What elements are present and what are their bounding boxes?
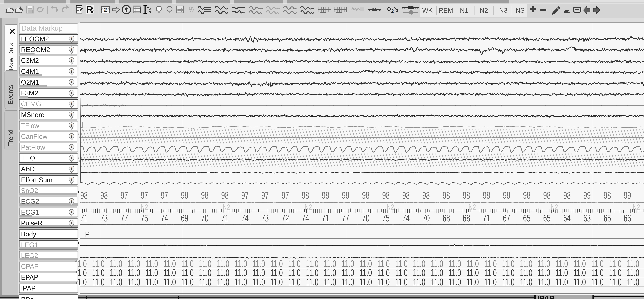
svg-text:69: 69 bbox=[181, 213, 188, 224]
svg-text:11.0: 11.0 bbox=[235, 277, 247, 288]
svg-text:98: 98 bbox=[362, 190, 370, 201]
svg-text:74: 74 bbox=[402, 213, 410, 224]
svg-text:Body: Body bbox=[21, 230, 36, 238]
svg-text:MSnore: MSnore bbox=[21, 111, 44, 118]
svg-text:98: 98 bbox=[302, 190, 309, 201]
svg-text:2: 2 bbox=[391, 8, 394, 14]
svg-text:i: i bbox=[71, 209, 72, 214]
svg-text:LEOGM2: LEOGM2 bbox=[21, 35, 49, 43]
svg-text:11.0: 11.0 bbox=[448, 277, 461, 288]
svg-text:PulseR: PulseR bbox=[21, 219, 43, 227]
svg-text:11.0: 11.0 bbox=[538, 277, 550, 288]
svg-text:i: i bbox=[71, 101, 72, 106]
svg-text:i: i bbox=[71, 79, 72, 84]
svg-text:73: 73 bbox=[261, 213, 269, 224]
svg-text:97: 97 bbox=[241, 190, 248, 201]
svg-text:EPAP: EPAP bbox=[21, 274, 38, 281]
svg-text:68: 68 bbox=[442, 213, 450, 224]
svg-text:IPAP: IPAP bbox=[21, 285, 36, 292]
svg-text:i: i bbox=[71, 90, 72, 95]
svg-text:98: 98 bbox=[503, 190, 510, 201]
svg-text:97: 97 bbox=[261, 190, 269, 201]
svg-text:98: 98 bbox=[342, 190, 349, 201]
svg-text:98: 98 bbox=[201, 190, 208, 201]
svg-text:68: 68 bbox=[463, 213, 470, 224]
svg-text:N2: N2 bbox=[304, 203, 312, 212]
svg-text:Trend: Trend bbox=[7, 129, 14, 146]
svg-text:i: i bbox=[71, 198, 72, 204]
svg-text:O2M1: O2M1 bbox=[21, 78, 39, 86]
svg-text:CPAP: CPAP bbox=[21, 263, 39, 270]
svg-text:i: i bbox=[71, 57, 72, 63]
svg-text:11.0: 11.0 bbox=[520, 277, 532, 288]
svg-text:11.0: 11.0 bbox=[181, 277, 194, 288]
svg-text:98: 98 bbox=[322, 190, 329, 201]
svg-text:SpO2: SpO2 bbox=[21, 187, 38, 194]
svg-text:73: 73 bbox=[100, 213, 108, 224]
svg-text:97: 97 bbox=[161, 190, 168, 201]
svg-text:66: 66 bbox=[624, 213, 631, 224]
svg-text:11.0: 11.0 bbox=[146, 277, 158, 288]
svg-text:11.0: 11.0 bbox=[252, 277, 265, 288]
svg-text:71: 71 bbox=[80, 213, 88, 224]
svg-text:99: 99 bbox=[583, 190, 591, 201]
svg-text:99: 99 bbox=[624, 190, 631, 201]
svg-text:i: i bbox=[71, 112, 72, 117]
svg-text:11.0: 11.0 bbox=[431, 277, 443, 288]
svg-text:N2: N2 bbox=[387, 203, 394, 212]
svg-text:N3: N3 bbox=[499, 7, 508, 14]
svg-text:0: 0 bbox=[387, 5, 391, 13]
svg-text:11.0: 11.0 bbox=[92, 277, 104, 288]
svg-text:IPAP: IPAP bbox=[537, 294, 554, 299]
svg-text:PatFlow: PatFlow bbox=[21, 144, 45, 151]
svg-text:CEMG: CEMG bbox=[21, 100, 41, 108]
svg-text:Events: Events bbox=[7, 85, 14, 104]
svg-text:Effort Sum: Effort Sum bbox=[21, 176, 52, 184]
svg-text:LEG1: LEG1 bbox=[21, 241, 38, 249]
svg-text:Raw Data: Raw Data bbox=[8, 42, 15, 70]
svg-text:C3M2: C3M2 bbox=[21, 57, 39, 64]
svg-text:11.0: 11.0 bbox=[199, 277, 212, 288]
svg-text:ABD: ABD bbox=[21, 165, 35, 173]
svg-text:N2: N2 bbox=[633, 203, 640, 212]
svg-text:11.0: 11.0 bbox=[609, 277, 622, 288]
svg-text:97: 97 bbox=[282, 190, 289, 201]
svg-text:11.0: 11.0 bbox=[110, 277, 122, 288]
svg-text:i: i bbox=[71, 68, 72, 74]
svg-text:98: 98 bbox=[221, 190, 228, 201]
svg-text:11.0: 11.0 bbox=[324, 277, 336, 288]
svg-text:N2: N2 bbox=[468, 203, 476, 212]
svg-text:77: 77 bbox=[342, 213, 349, 224]
svg-text:98: 98 bbox=[483, 190, 490, 201]
svg-text:11.0: 11.0 bbox=[217, 277, 230, 288]
svg-text:N2: N2 bbox=[223, 203, 230, 212]
svg-text:N2: N2 bbox=[550, 203, 558, 212]
svg-text:NS: NS bbox=[516, 7, 524, 14]
svg-text:75: 75 bbox=[141, 213, 148, 224]
svg-text:TFlow: TFlow bbox=[21, 122, 39, 129]
svg-text:98: 98 bbox=[442, 190, 450, 201]
svg-text:11.0: 11.0 bbox=[288, 277, 300, 288]
svg-text:67: 67 bbox=[503, 213, 510, 224]
svg-text:74: 74 bbox=[241, 213, 248, 224]
svg-text:i: i bbox=[71, 123, 72, 128]
svg-text:70: 70 bbox=[201, 213, 208, 224]
svg-text:N2: N2 bbox=[480, 7, 488, 14]
svg-text:11.0: 11.0 bbox=[484, 277, 497, 288]
svg-text:11.0: 11.0 bbox=[502, 277, 514, 288]
svg-text:65: 65 bbox=[543, 213, 550, 224]
svg-text:11.0: 11.0 bbox=[342, 277, 354, 288]
svg-text:98: 98 bbox=[463, 190, 470, 201]
svg-text:11.0: 11.0 bbox=[128, 277, 140, 288]
svg-text:i: i bbox=[71, 177, 72, 182]
svg-text:63: 63 bbox=[583, 213, 591, 224]
svg-text:THO: THO bbox=[21, 154, 35, 162]
svg-text:75: 75 bbox=[382, 213, 390, 224]
svg-text:P: P bbox=[85, 230, 90, 238]
svg-text:71: 71 bbox=[483, 213, 490, 224]
svg-text:74: 74 bbox=[302, 213, 309, 224]
svg-text:77: 77 bbox=[120, 213, 128, 224]
svg-text:PRs: PRs bbox=[21, 296, 34, 299]
svg-text:70: 70 bbox=[422, 213, 430, 224]
svg-text:97: 97 bbox=[120, 190, 128, 201]
